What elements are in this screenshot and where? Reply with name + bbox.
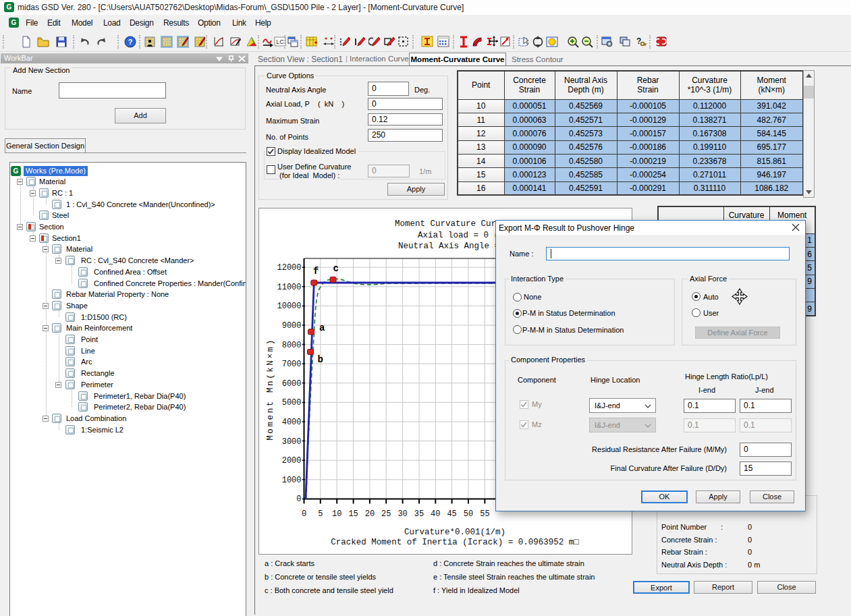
svg-text:8000: 8000 — [282, 341, 302, 350]
svg-text:20: 20 — [365, 509, 375, 519]
svg-text:Moment Mn(kN×m): Moment Mn(kN×m) — [266, 338, 275, 441]
svg-text:5: 5 — [318, 509, 323, 519]
svg-text:4000: 4000 — [282, 418, 302, 427]
svg-text:Moment Curvature Curve: Moment Curvature Curve — [395, 219, 506, 229]
svg-text:15: 15 — [348, 509, 358, 519]
svg-text:45: 45 — [447, 509, 456, 519]
svg-text:a: a — [319, 323, 325, 333]
svg-text:35: 35 — [414, 509, 424, 519]
svg-text:55: 55 — [480, 509, 489, 519]
svg-text:30: 30 — [397, 509, 407, 519]
svg-text:2000: 2000 — [282, 456, 302, 466]
svg-text:10: 10 — [332, 509, 341, 519]
svg-text:12000: 12000 — [277, 263, 301, 273]
svg-text:c: c — [333, 263, 339, 274]
svg-text:40: 40 — [431, 509, 440, 519]
svg-text:Cracked Moment of Inertia (Icr: Cracked Moment of Inertia (Icrack) = 0.0… — [331, 538, 579, 547]
svg-text:?: ? — [128, 38, 133, 46]
svg-text:3000: 3000 — [282, 437, 302, 447]
svg-text:5000: 5000 — [282, 398, 302, 408]
svg-text:11000: 11000 — [277, 283, 301, 292]
svg-text:10000: 10000 — [277, 302, 301, 311]
svg-text:25: 25 — [381, 509, 391, 519]
svg-text:50: 50 — [464, 509, 473, 519]
svg-text:7000: 7000 — [282, 360, 302, 369]
svg-text:1000: 1000 — [282, 476, 302, 485]
svg-text:6000: 6000 — [282, 379, 302, 389]
svg-text:Neutral Axis Angle = 0: Neutral Axis Angle = 0 — [398, 242, 510, 251]
svg-text:LC: LC — [276, 38, 284, 45]
svg-text:f: f — [313, 266, 319, 277]
svg-text:0: 0 — [296, 495, 301, 504]
svg-text:9000: 9000 — [282, 321, 302, 331]
svg-text:Curvature*0.001(1/m): Curvature*0.001(1/m) — [404, 528, 505, 537]
svg-text:0: 0 — [302, 509, 306, 519]
svg-text:b: b — [318, 354, 323, 365]
